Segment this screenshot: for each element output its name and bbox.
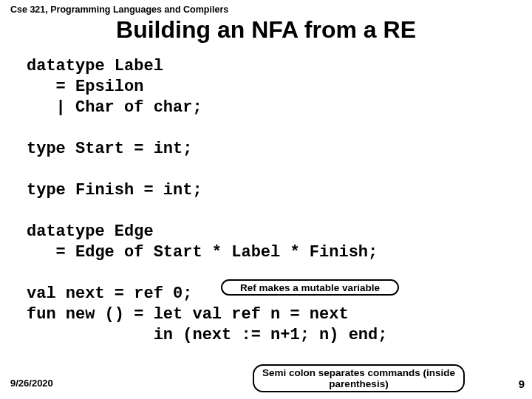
callout-semicolon: Semi colon separates commands (inside pa…	[253, 364, 465, 392]
callout-ref-mutable: Ref makes a mutable variable	[221, 279, 399, 296]
page-number: 9	[519, 378, 525, 390]
slide-title: Building an NFA from a RE	[0, 16, 532, 44]
code-block: datatype Label = Epsilon | Char of char;…	[27, 56, 387, 346]
course-header: Cse 321, Programming Languages and Compi…	[10, 4, 228, 15]
slide: Cse 321, Programming Languages and Compi…	[0, 0, 532, 399]
slide-date: 9/26/2020	[10, 378, 53, 389]
